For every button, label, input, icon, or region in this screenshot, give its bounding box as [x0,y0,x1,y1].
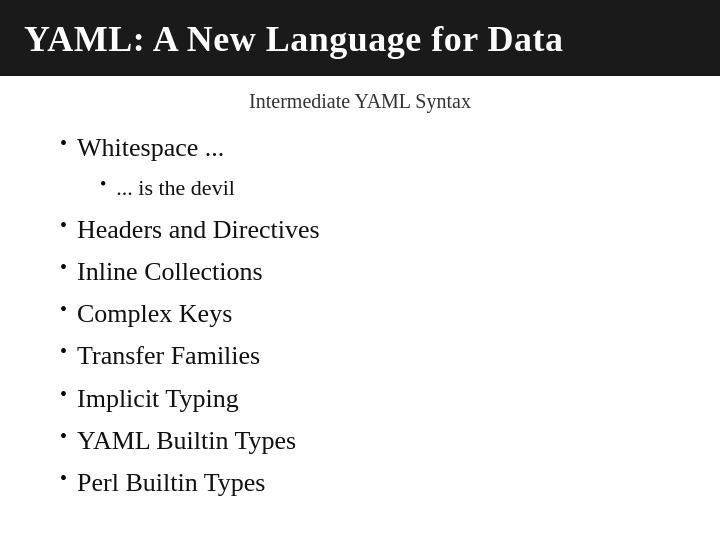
subtitle: Intermediate YAML Syntax [0,90,720,113]
list-dot: • [60,463,67,494]
whitespace-sub-bullet: • ... is the devil [100,171,680,204]
list-item-transfer-families: • Transfer Families [60,336,680,376]
content-area: • Whitespace ... • ... is the devil • He… [0,123,720,516]
list-label: Transfer Families [77,336,260,376]
list-item-implicit-typing: • Implicit Typing [60,379,680,419]
list-dot: • [60,379,67,410]
list-dot: • [60,294,67,325]
list-dot: • [60,421,67,452]
list-dot: • [60,210,67,241]
bullet-dot: • [60,127,67,159]
whitespace-sub-label: ... is the devil [116,171,235,204]
page-header: YAML: A New Language for Data [0,0,720,76]
list-label: YAML Builtin Types [77,421,296,461]
list-dot: • [60,252,67,283]
list-label: Inline Collections [77,252,263,292]
list-label: Headers and Directives [77,210,320,250]
page-title: YAML: A New Language for Data [24,19,564,59]
whitespace-bullet: • Whitespace ... [60,127,680,169]
list-label: Complex Keys [77,294,232,334]
list-label: Perl Builtin Types [77,463,265,503]
list-item-inline-collections: • Inline Collections [60,252,680,292]
list-label: Implicit Typing [77,379,239,419]
list-item-complex-keys: • Complex Keys [60,294,680,334]
list-item-yaml-builtin: • YAML Builtin Types [60,421,680,461]
list-item-perl-builtin: • Perl Builtin Types [60,463,680,503]
whitespace-label: Whitespace ... [77,127,224,169]
main-list: • Headers and Directives • Inline Collec… [60,210,680,504]
list-item-headers: • Headers and Directives [60,210,680,250]
list-dot: • [60,336,67,367]
sub-bullet-dot: • [100,171,106,198]
